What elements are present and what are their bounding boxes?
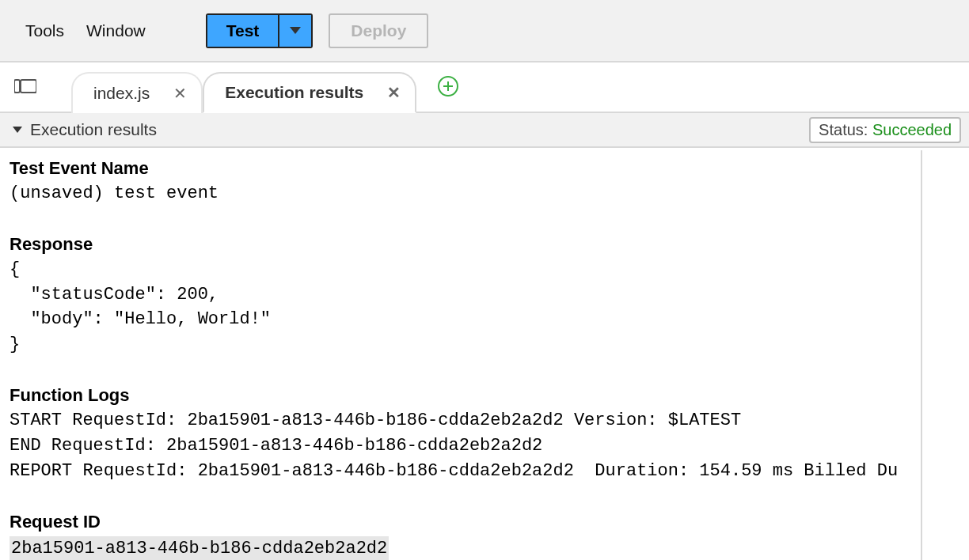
request-id-heading: Request ID (10, 509, 923, 535)
svg-rect-1 (21, 80, 36, 93)
close-icon[interactable]: ✕ (387, 83, 401, 102)
status-badge: Status: Succeeded (809, 117, 961, 143)
tab-file-label: index.js (93, 84, 150, 103)
panel-title: Execution results (30, 120, 157, 139)
close-icon[interactable]: ✕ (173, 84, 187, 103)
status-label: Status: (819, 121, 872, 138)
panel-header-left: Execution results (13, 120, 157, 139)
add-tab-icon[interactable] (437, 75, 459, 100)
tab-results-label: Execution results (225, 83, 363, 102)
execution-panel-header: Execution results Status: Succeeded (0, 113, 969, 148)
status-value: Succeeded (872, 121, 952, 138)
toolbar-buttons: Test Deploy (206, 13, 429, 48)
function-logs-heading: Function Logs (10, 383, 923, 408)
tab-file[interactable]: index.js ✕ (71, 72, 203, 113)
test-event-name-heading: Test Event Name (10, 156, 923, 181)
test-button-group: Test (206, 13, 314, 48)
menu-window[interactable]: Window (83, 18, 149, 44)
tab-execution-results[interactable]: Execution results ✕ (203, 72, 416, 113)
tab-bar: index.js ✕ Execution results ✕ (0, 62, 969, 113)
execution-results-content: Test Event Name (unsaved) test event Res… (0, 148, 969, 560)
test-event-name-value: (unsaved) test event (10, 181, 923, 206)
deploy-button[interactable]: Deploy (329, 13, 428, 48)
response-heading: Response (10, 232, 923, 257)
function-logs-body: START RequestId: 2ba15901-a813-446b-b186… (10, 408, 923, 484)
test-button[interactable]: Test (207, 15, 279, 47)
menu-tools[interactable]: Tools (22, 18, 67, 44)
collapse-icon[interactable] (13, 127, 22, 133)
response-body: { "statusCode": 200, "body": "Hello, Wor… (10, 257, 923, 358)
svg-rect-0 (14, 80, 20, 93)
chevron-down-icon (290, 27, 301, 34)
tabs-overflow-icon[interactable] (14, 78, 36, 96)
toolbar: Tools Window Test Deploy (0, 0, 969, 62)
test-dropdown-button[interactable] (278, 15, 311, 47)
request-id-value: 2ba15901-a813-446b-b186-cdda2eb2a2d2 (10, 536, 389, 560)
